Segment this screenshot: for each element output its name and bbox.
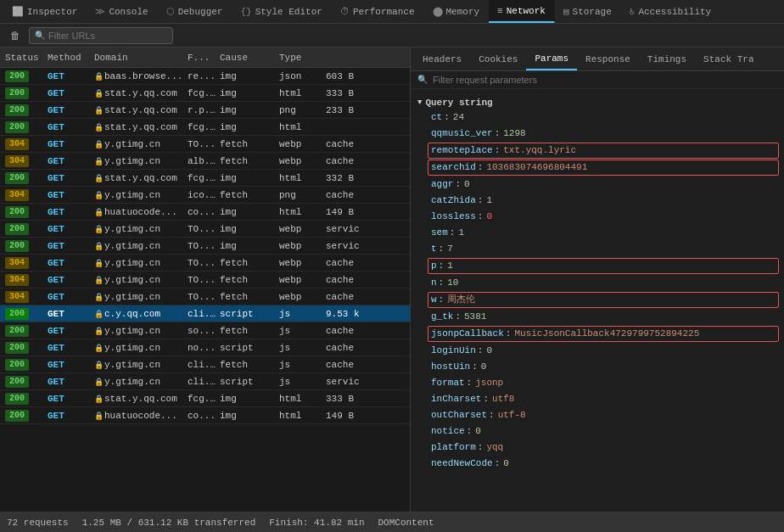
param-key: w: [431, 293, 437, 307]
table-row[interactable]: 200 GET 🔒y.gtimg.cn cli... script js ser…: [0, 373, 410, 390]
cell-size: cache: [324, 326, 375, 336]
param-colon: :: [478, 210, 484, 224]
param-item: jsonpCallback : MusicJsonCallback4729799…: [428, 326, 779, 342]
params-filter-input[interactable]: [433, 75, 602, 85]
tab-storage[interactable]: ▤ Storage: [555, 0, 621, 23]
lock-icon: 🔒: [94, 209, 104, 217]
cell-type: js: [277, 360, 324, 370]
param-key: outCharset: [431, 408, 487, 423]
tab-params[interactable]: Params: [526, 48, 577, 70]
table-row[interactable]: 200 GET 🔒y.gtimg.cn TO... img webp servi…: [0, 221, 410, 238]
table-row[interactable]: 200 GET 🔒huatuocode... co... img html 14…: [0, 407, 410, 424]
table-row[interactable]: 200 GET 🔒y.gtimg.cn cli... fetch js cach…: [0, 356, 410, 373]
table-row[interactable]: 304 GET 🔒y.gtimg.cn alb... fetch webp ca…: [0, 153, 410, 170]
table-row[interactable]: 304 GET 🔒y.gtimg.cn TO... fetch webp cac…: [0, 288, 410, 305]
cell-size: servic: [324, 224, 375, 234]
param-value: 7: [447, 242, 453, 256]
table-row[interactable]: 200 GET 🔒stat.y.qq.com fcg... img html: [0, 119, 410, 136]
table-row[interactable]: 304 GET 🔒y.gtimg.cn ico... fetch png cac…: [0, 187, 410, 204]
param-item: w : 周杰伦: [428, 292, 779, 308]
tab-params-label: Params: [535, 53, 568, 64]
cell-method: GET: [46, 394, 92, 404]
param-item: n : 10: [411, 275, 784, 291]
tab-response[interactable]: Response: [577, 48, 639, 70]
cell-cause: script: [218, 309, 277, 319]
tab-performance[interactable]: ⏱ Performance: [332, 0, 424, 23]
filter-url-input[interactable]: [48, 31, 167, 41]
param-colon: :: [495, 143, 501, 158]
tab-accessibility[interactable]: ♿ Accessibility: [621, 0, 720, 23]
clear-button[interactable]: 🗑: [7, 27, 24, 44]
cell-type: webp: [277, 224, 324, 234]
tab-style-editor[interactable]: {} Style Editor: [232, 0, 331, 23]
cell-method: GET: [46, 377, 92, 387]
lock-icon: 🔒: [94, 311, 104, 319]
cell-cause: fetch: [218, 326, 277, 336]
tab-timings[interactable]: Timings: [639, 48, 695, 70]
param-key: format: [431, 376, 465, 390]
tab-network[interactable]: ≡ Network: [489, 0, 555, 23]
inspector-icon: ⬜: [12, 6, 24, 17]
table-row[interactable]: 200 GET 🔒y.gtimg.cn so... fetch js cache: [0, 322, 410, 339]
table-row[interactable]: 200 GET 🔒stat.y.qq.com fcg... img html 3…: [0, 390, 410, 407]
table-row[interactable]: 200 GET 🔒baas.browse... re... img json 6…: [0, 68, 410, 85]
cell-method: GET: [46, 360, 92, 370]
table-row[interactable]: 200 GET 🔒stat.y.qq.com fcg... img html 3…: [0, 85, 410, 102]
tab-console[interactable]: ≫ Console: [87, 0, 157, 23]
table-row[interactable]: 304 GET 🔒y.gtimg.cn TO... fetch webp cac…: [0, 272, 410, 288]
col-f: F...: [186, 53, 218, 63]
cell-domain: 🔒y.gtimg.cn: [92, 241, 186, 251]
param-key: aggr: [431, 177, 453, 192]
cell-f: ico...: [186, 190, 218, 200]
cell-size: cache: [324, 292, 375, 302]
tab-inspector[interactable]: ⬜ Inspector: [3, 0, 87, 23]
cell-status: 304: [3, 257, 46, 269]
table-row[interactable]: 304 GET 🔒y.gtimg.cn TO... fetch webp cac…: [0, 255, 410, 272]
cell-status: 304: [3, 155, 46, 167]
cell-method: GET: [46, 326, 92, 336]
lock-icon: 🔒: [94, 361, 104, 370]
cell-status: 200: [3, 240, 46, 252]
cell-status: 200: [3, 308, 46, 320]
table-row[interactable]: 200 GET 🔒y.gtimg.cn TO... img webp servi…: [0, 238, 410, 255]
status-badge: 304: [5, 138, 29, 150]
cell-domain: 🔒y.gtimg.cn: [92, 292, 186, 302]
cell-type: webp: [277, 258, 324, 268]
tab-headers[interactable]: Headers: [414, 48, 470, 70]
cell-cause: fetch: [218, 292, 277, 302]
lock-icon: 🔒: [94, 294, 104, 302]
param-item: notice : 0: [411, 423, 784, 440]
status-badge: 200: [5, 376, 29, 388]
tab-debugger[interactable]: ⬡ Debugger: [158, 0, 232, 23]
table-header: Status Method Domain F... Cause Type: [0, 48, 410, 68]
tab-memory[interactable]: ⬤ Memory: [424, 0, 490, 23]
table-row[interactable]: 200 GET 🔒y.gtimg.cn no... script js cach…: [0, 339, 410, 356]
table-row[interactable]: 304 GET 🔒y.gtimg.cn TO... fetch webp cac…: [0, 136, 410, 153]
query-string-header[interactable]: ▼ Query string: [411, 96, 784, 109]
param-item: t : 7: [411, 241, 784, 257]
table-row[interactable]: 200 GET 🔒stat.y.qq.com fcg... img html 3…: [0, 170, 410, 187]
cell-method: GET: [46, 224, 92, 234]
cell-size: cache: [324, 360, 375, 370]
tab-headers-label: Headers: [423, 54, 462, 64]
table-row[interactable]: 200 GET 🔒c.y.qq.com cli... script js 9.5…: [0, 305, 410, 322]
cell-type: webp: [277, 139, 324, 149]
filter-url-wrap[interactable]: 🔍: [29, 27, 173, 44]
param-colon: :: [478, 160, 484, 175]
cell-type: html: [277, 207, 324, 217]
param-value: 周杰伦: [447, 293, 475, 307]
table-row[interactable]: 200 GET 🔒stat.y.qq.com r.p... img png 23…: [0, 102, 410, 119]
tab-cookies[interactable]: Cookies: [470, 48, 526, 70]
cell-method: GET: [46, 71, 92, 81]
table-row[interactable]: 200 GET 🔒huatuocode... co... img html 14…: [0, 204, 410, 221]
cell-size: 233 B: [324, 105, 375, 115]
lock-icon: 🔒: [94, 243, 104, 251]
tab-stack-trace[interactable]: Stack Tra: [695, 48, 762, 70]
accessibility-icon: ♿: [630, 6, 636, 17]
cell-size: 149 B: [324, 411, 375, 421]
param-value: 1298: [503, 126, 525, 141]
cell-type: png: [277, 105, 324, 115]
param-value: MusicJsonCallback4729799752894225: [514, 327, 699, 341]
cell-f: fcg...: [186, 394, 218, 404]
param-key: hostUin: [431, 360, 470, 374]
